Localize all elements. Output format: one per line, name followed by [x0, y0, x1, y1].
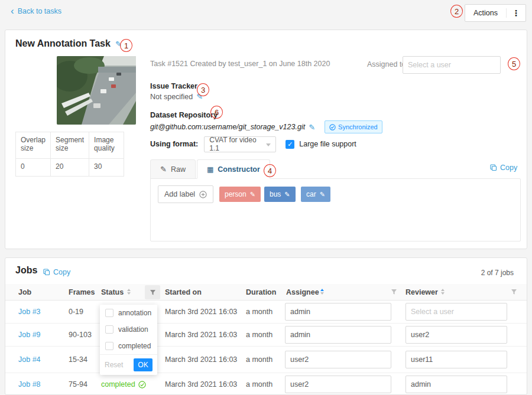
- copy-icon: [43, 269, 50, 276]
- job-8-reviewer-input[interactable]: [406, 376, 507, 393]
- job-3-reviewer-input[interactable]: [406, 303, 507, 321]
- annotation-marker-2: 2: [450, 5, 463, 18]
- labels-copy-button[interactable]: Copy: [490, 164, 517, 172]
- add-label-button-label: Add label: [164, 190, 195, 198]
- task-meta: Task #1521 Created by test_user_1 on Jun…: [150, 60, 330, 68]
- large-file-support-label: Large file support: [299, 140, 356, 148]
- synchronized-badge: Synchronized: [325, 120, 382, 133]
- job-3-link[interactable]: Job #3: [18, 308, 41, 316]
- task-thumbnail: [57, 56, 136, 125]
- tab-constructor[interactable]: ▦ Constructor: [197, 159, 270, 179]
- issue-tracker-label: Issue Tracker: [150, 82, 197, 90]
- labels-constructor-panel: Add label person ✎ bus ✎ car ✎: [150, 178, 521, 241]
- kebab-menu-icon[interactable]: ⋮: [506, 8, 525, 18]
- labels-tabs: ✎ Raw ▦ Constructor: [150, 159, 270, 179]
- reviewer-sort-button[interactable]: [441, 289, 445, 295]
- column-duration: Duration: [246, 288, 276, 296]
- edit-label-person-icon[interactable]: ✎: [250, 191, 255, 198]
- status-filter-button[interactable]: [145, 285, 160, 299]
- job-row-1: Job #3 0-19 March 3rd 2021 16:03 a month: [5, 301, 527, 324]
- edit-label-car-icon[interactable]: ✎: [320, 191, 325, 198]
- large-file-support-checkbox[interactable]: ✓: [286, 140, 294, 149]
- jobs-card: Jobs Copy 2 of 7 jobs Job Frames Status …: [5, 257, 527, 395]
- param-value-overlap: 0: [16, 159, 51, 177]
- job-3-assignee-input[interactable]: [285, 303, 391, 321]
- task-details-card: New Annotation Task ✎ Overlap size Segme…: [5, 30, 527, 249]
- assignee-sort-button[interactable]: [320, 289, 324, 295]
- column-assignee: Assignee: [286, 288, 319, 296]
- column-frames: Frames: [69, 288, 95, 296]
- filter-dropdown-footer: Reset OK: [100, 354, 157, 375]
- annotation-marker-5: 5: [508, 57, 520, 70]
- param-header-segment: Segment size: [51, 132, 89, 159]
- filter-funnel-icon: [391, 289, 397, 295]
- issue-tracker-value: Not specified: [150, 93, 193, 101]
- label-chip-bus[interactable]: bus ✎: [264, 187, 296, 202]
- back-to-tasks-label: Back to tasks: [18, 7, 61, 15]
- edit-repository-icon[interactable]: ✎: [309, 123, 315, 132]
- assigned-to-label: Assigned to: [367, 60, 406, 68]
- copy-icon: [490, 164, 497, 171]
- filter-option-validation[interactable]: validation: [100, 321, 157, 338]
- job-9-link[interactable]: Job #9: [18, 331, 41, 339]
- param-header-overlap: Overlap size: [16, 132, 51, 159]
- filter-funnel-icon: [150, 289, 156, 296]
- edit-label-bus-icon[interactable]: ✎: [284, 191, 290, 198]
- param-value-quality: 30: [89, 159, 124, 177]
- status-check-circle-icon: [138, 381, 146, 389]
- annotation-marker-1: 1: [120, 39, 132, 52]
- tab-raw[interactable]: ✎ Raw: [150, 159, 196, 179]
- chevron-left-icon: ‹: [11, 8, 14, 15]
- format-select-value: CVAT for video 1.1: [209, 136, 264, 152]
- job-3-frames: 0-19: [69, 308, 83, 316]
- job-4-started: March 3rd 2021 16:03: [165, 355, 237, 364]
- job-8-link[interactable]: Job #8: [18, 380, 41, 389]
- filter-funnel-icon: [511, 289, 517, 295]
- job-3-duration: a month: [246, 308, 273, 316]
- jobs-count: 2 of 7 jobs: [481, 269, 514, 277]
- assigned-to-input[interactable]: [403, 56, 501, 74]
- filter-ok-button[interactable]: OK: [134, 358, 153, 371]
- constructor-tab-icon: ▦: [207, 165, 213, 174]
- back-to-tasks-link[interactable]: ‹ Back to tasks: [11, 7, 61, 15]
- job-4-assignee-input[interactable]: [285, 351, 391, 368]
- filter-option-completed[interactable]: completed: [100, 338, 157, 354]
- format-row: Using format: CVAT for video 1.1 ✓ Large…: [150, 136, 356, 152]
- plus-circle-icon: [199, 191, 207, 198]
- job-4-link[interactable]: Job #4: [18, 355, 41, 364]
- task-title-row: New Annotation Task ✎: [15, 38, 122, 49]
- completed-checkbox[interactable]: [105, 342, 113, 350]
- label-chip-person[interactable]: person ✎: [219, 187, 261, 202]
- annotation-checkbox-label: annotation: [118, 309, 151, 317]
- job-9-reviewer-input[interactable]: [406, 326, 507, 344]
- job-4-reviewer-input[interactable]: [406, 351, 507, 368]
- job-8-status: completed: [101, 380, 146, 389]
- job-3-started: March 3rd 2021 16:03: [165, 308, 237, 316]
- completed-checkbox-label: completed: [118, 342, 151, 350]
- reviewer-filter-button[interactable]: [511, 289, 517, 295]
- job-4-frames: 15-34: [69, 355, 87, 364]
- filter-reset-button[interactable]: Reset: [105, 361, 123, 369]
- actions-button[interactable]: Actions ⋮: [465, 4, 526, 22]
- add-label-button[interactable]: Add label: [158, 185, 213, 203]
- validation-checkbox[interactable]: [105, 325, 113, 334]
- thumbnail-image: [57, 56, 136, 125]
- job-4-duration: a month: [246, 355, 273, 364]
- status-sort-button[interactable]: [127, 289, 131, 295]
- jobs-copy-button[interactable]: Copy: [43, 268, 70, 276]
- jobs-title: Jobs: [15, 265, 37, 276]
- job-row-2: Job #9 90-103 March 3rd 2021 16:03 a mon…: [5, 324, 527, 347]
- job-8-assignee-input[interactable]: [285, 376, 391, 393]
- task-params-table: Overlap size Segment size Image quality …: [15, 132, 124, 177]
- label-chip-car[interactable]: car ✎: [301, 187, 330, 202]
- filter-option-annotation[interactable]: annotation: [100, 305, 157, 321]
- marker-number: 6: [215, 108, 219, 117]
- job-9-assignee-input[interactable]: [285, 326, 391, 344]
- sync-check-icon: [329, 124, 336, 130]
- param-header-quality: Image quality: [89, 132, 124, 159]
- assignee-filter-button[interactable]: [391, 289, 397, 295]
- format-select[interactable]: CVAT for video 1.1: [204, 136, 276, 152]
- job-9-duration: a month: [246, 331, 273, 339]
- jobs-table-header: Job Frames Status Started on Duration As…: [5, 284, 527, 301]
- annotation-checkbox[interactable]: [105, 309, 113, 317]
